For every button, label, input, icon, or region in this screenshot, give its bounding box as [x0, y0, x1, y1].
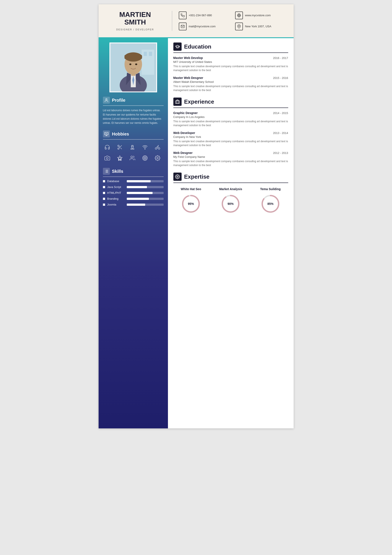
skill-item: Branding — [103, 197, 164, 200]
education-entries: Master Web Develop 2016 - 2017 MIT Unive… — [173, 56, 288, 92]
svg-marker-34 — [117, 156, 122, 160]
hobby-headphones — [103, 143, 112, 152]
phone-text: +001-234-567-890 — [189, 14, 212, 17]
svg-point-24 — [118, 148, 119, 149]
skill-name: Joomla — [107, 203, 125, 206]
svg-point-17 — [106, 99, 107, 100]
hobby-group — [128, 154, 137, 162]
skill-name: HTML/PHT — [107, 191, 125, 194]
svg-point-30 — [155, 148, 157, 149]
expertise-item: Market Analysis 90% — [213, 187, 248, 213]
hobbies-section-header: Hobbies — [103, 131, 164, 140]
expertise-item: White Hat Seo 95% — [173, 187, 209, 213]
skill-bar — [127, 180, 164, 182]
entry-subtitle: Albert Walah Elementary School — [173, 80, 288, 83]
entry-date: 2012 - 2013 — [273, 151, 288, 154]
svg-line-26 — [120, 148, 122, 149]
entry-row: Web Developer 2013 - 2014 — [173, 131, 288, 135]
skill-bar — [127, 198, 164, 200]
sidebar: Profile Lid est laborums doloes rumes th… — [99, 38, 168, 428]
experience-icon — [173, 98, 181, 106]
entry-subtitle: Company In Los Angeles — [173, 115, 288, 119]
phone-icon — [179, 12, 187, 19]
svg-rect-4 — [144, 52, 147, 56]
profile-section-title: Profile — [112, 98, 125, 103]
skills-section-title: Skills — [112, 169, 123, 174]
entry-desc: This is sample text creative development… — [173, 159, 288, 167]
location-text: New York 1007, USA — [245, 25, 271, 28]
svg-point-23 — [118, 145, 119, 146]
entry-subtitle: My Feist Company Name — [173, 155, 288, 159]
experience-entry: Web Desgner 2012 - 2013 My Feist Company… — [173, 151, 288, 167]
entry-title: Web Desgner — [173, 151, 193, 154]
education-section: Education Master Web Develop 2016 - 2017… — [173, 43, 288, 92]
svg-point-37 — [144, 157, 146, 160]
skill-bullet — [103, 180, 105, 182]
skill-item: HTML/PHT — [103, 191, 164, 194]
svg-line-27 — [119, 146, 120, 147]
expertise-header: Expertise — [173, 173, 288, 183]
expertise-label: Market Analysis — [213, 187, 248, 191]
entry-title: Master Web Develop — [173, 56, 203, 60]
skill-bullet — [103, 198, 105, 200]
svg-text:95%: 95% — [188, 202, 194, 205]
svg-point-47 — [177, 176, 178, 178]
skill-item: Java Script — [103, 185, 164, 189]
header-left: MARTIEN SMITH DESIGNER / DEVELOPER — [103, 11, 172, 31]
entry-date: 2014 - 2015 — [273, 111, 288, 115]
education-title: Education — [184, 43, 211, 50]
skill-name: Database — [107, 180, 125, 183]
entry-desc: This is sample text creative development… — [173, 119, 288, 127]
svg-point-16 — [135, 64, 137, 65]
svg-point-32 — [106, 157, 108, 159]
skill-bar — [127, 192, 164, 194]
skill-name: Branding — [107, 197, 125, 200]
hobby-camera — [103, 154, 112, 162]
skill-bar — [127, 204, 164, 206]
email-icon — [179, 22, 187, 30]
header-contacts: +001-234-567-890 www.mycvstore.com — [172, 12, 287, 30]
entry-row: Graphic Desgner 2014 - 2015 — [173, 111, 288, 115]
svg-point-31 — [158, 148, 160, 149]
education-header: Education — [173, 43, 288, 53]
contact-website: www.mycvstore.com — [235, 12, 287, 19]
entry-desc: This is sample text creative development… — [173, 84, 288, 92]
hobby-cycling — [153, 143, 162, 152]
header: MARTIEN SMITH DESIGNER / DEVELOPER +001-… — [99, 4, 294, 38]
experience-header: Experience — [173, 98, 288, 108]
entry-title: Master Web Desgner — [173, 76, 203, 80]
candidate-name: MARTIEN SMITH — [103, 11, 167, 26]
hobbies-icon — [103, 131, 110, 138]
website-text: www.mycvstore.com — [245, 14, 271, 17]
skill-bullet — [103, 192, 105, 194]
svg-rect-5 — [149, 52, 152, 56]
hobby-gear — [153, 154, 162, 162]
entry-row: Master Web Desgner 2015 - 2016 — [173, 76, 288, 80]
hobby-chess — [128, 143, 137, 152]
svg-point-29 — [145, 149, 145, 149]
entry-date: 2013 - 2014 — [273, 131, 288, 135]
expertise-icon — [173, 173, 181, 181]
website-icon — [235, 12, 243, 19]
svg-rect-3 — [141, 50, 154, 75]
entry-desc: This is sample text creative development… — [173, 139, 288, 147]
education-entry: Master Web Develop 2016 - 2017 MIT Unive… — [173, 56, 288, 72]
svg-point-15 — [129, 64, 131, 65]
skill-bar-fill — [127, 198, 149, 200]
expertise-title: Expertise — [184, 174, 210, 180]
skill-bar-fill — [127, 204, 145, 206]
skill-item: Joomla — [103, 203, 164, 206]
entry-title: Graphic Desgner — [173, 111, 198, 115]
skill-bar-fill — [127, 192, 152, 194]
contact-email: mail@mycvstore.com — [179, 22, 231, 30]
expertise-label: Tema Suilding — [253, 187, 288, 191]
expertise-item: Tema Suilding 85% — [253, 187, 288, 213]
svg-text:85%: 85% — [267, 202, 274, 205]
skill-bullet — [103, 186, 105, 188]
hobbies-icons-grid — [103, 143, 164, 162]
expertise-circle: 95% — [181, 194, 201, 213]
svg-point-38 — [144, 158, 145, 159]
svg-rect-28 — [131, 149, 134, 149]
entry-subtitle: Company In New York — [173, 135, 288, 139]
svg-point-1 — [238, 26, 240, 27]
